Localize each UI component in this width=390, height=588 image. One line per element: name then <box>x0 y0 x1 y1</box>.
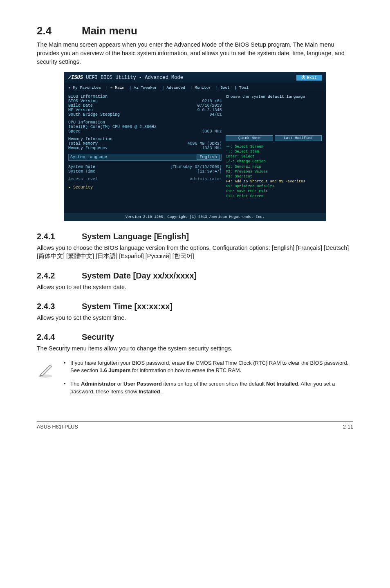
help-line: F10: Save ESC: Exit <box>226 189 322 194</box>
note-bullet: If you have forgotten your BIOS password… <box>61 359 353 375</box>
total-memory-value: 4096 MB (DDR3) <box>187 141 222 146</box>
system-language-row[interactable]: System Language English <box>68 154 222 161</box>
sub-desc: Allows you to set the system date. <box>37 283 353 291</box>
memory-freq-label: Memory Frequency <box>68 146 108 150</box>
security-label: Security <box>73 185 93 190</box>
heading-num: 2.4 <box>37 25 82 37</box>
sub-title: Security <box>82 332 114 341</box>
cpu-speed-value: 3300 MHz <box>202 129 222 134</box>
note-bold: User Password <box>123 381 162 387</box>
tab-advanced[interactable]: Advanced <box>166 85 185 90</box>
power-icon: ⏻ <box>301 75 305 80</box>
footer-left: ASUS H81I-PLUS <box>37 424 78 430</box>
help-line: Enter: Select <box>226 154 322 159</box>
sub-desc: Allows you to choose the BIOS language v… <box>37 244 353 260</box>
exit-label: Exit <box>307 76 317 80</box>
bios-info-header: BIOS Information <box>68 94 222 99</box>
bios-key-help: →←: Select Screen ↑↓: Select Item Enter:… <box>226 144 322 199</box>
tab-boot[interactable]: Boot <box>220 85 230 90</box>
sub-num: 2.4.1 <box>37 232 82 241</box>
system-time-label: System Time <box>68 169 95 174</box>
tab-tool[interactable]: Tool <box>239 85 249 90</box>
sb-stepping-label: South Bridge Stepping <box>68 112 120 117</box>
sub-title: System Date [Day xx/xx/xxxx] <box>82 271 197 280</box>
note-text: . <box>160 388 162 395</box>
system-time-value[interactable]: [11:39:47] <box>197 169 222 174</box>
tab-monitor[interactable]: Monitor <box>195 85 211 90</box>
note-text: items on top of the screen show the defa… <box>162 381 266 387</box>
bios-titlebar: /ISUS UEFI BIOS Utility - Advanced Mode … <box>64 72 326 83</box>
sub-desc: Allows you to set the system time. <box>37 314 353 322</box>
system-date-label: System Date <box>68 165 95 169</box>
access-level-label: Access Level <box>68 177 98 182</box>
cpu-name: Intel(R) Core(TM) CPU 0000 @ 2.80GHz <box>68 125 157 129</box>
bios-screenshot: /ISUS UEFI BIOS Utility - Advanced Mode … <box>64 72 326 221</box>
sub-title: System Time [xx:xx:xx] <box>82 302 173 311</box>
bios-tabs: ★ My Favorites | ≡ Main | Ai Tweaker | A… <box>64 83 326 90</box>
heading-2-4-2: 2.4.2System Date [Day xx/xx/xxxx] <box>37 271 353 281</box>
tab-favorites[interactable]: ★ My Favorites <box>68 85 101 90</box>
system-language-label: System Language <box>70 155 107 159</box>
help-line: →←: Select Screen <box>226 144 322 149</box>
help-line: F1: General Help <box>226 164 322 169</box>
sub-desc: The Security menu items allow you to cha… <box>37 344 353 352</box>
section-paragraph: The Main menu screen appears when you en… <box>37 40 353 66</box>
system-language-value[interactable]: English <box>197 155 220 160</box>
bios-footer: Version 2.10.1208. Copyright (C) 2013 Am… <box>64 213 326 221</box>
exit-button[interactable]: ⏻ Exit <box>296 75 322 81</box>
help-line: F12: Print Screen <box>226 194 322 199</box>
heading-2-4: 2.4Main menu <box>37 25 353 37</box>
heading-2-4-4: 2.4.4Security <box>37 332 353 342</box>
heading-2-4-3: 2.4.3System Time [xx:xx:xx] <box>37 302 353 311</box>
help-line: ↑↓: Select Item <box>226 149 322 154</box>
heading-title: Main menu <box>82 25 137 37</box>
note-box: If you have forgotten your BIOS password… <box>37 359 353 402</box>
note-bullet: The Administrator or User Password items… <box>61 380 353 396</box>
cpu-speed-label: Speed <box>68 129 81 134</box>
bios-help-hint: Choose the system default language <box>226 94 322 135</box>
bios-left-pane: BIOS Information BIOS Version0218 x64 Bu… <box>68 94 222 209</box>
note-bold: Installed <box>139 388 160 395</box>
page-footer: ASUS H81I-PLUS 2-11 <box>37 421 353 430</box>
note-bold: 1.6 Jumpers <box>100 367 131 373</box>
system-date-value[interactable]: [Thursday 02/19/2009] <box>170 165 222 169</box>
security-submenu[interactable]: ▸ Security <box>68 185 222 190</box>
footer-right: 2-11 <box>343 424 353 430</box>
quick-note-button[interactable]: Quick Note <box>226 135 273 141</box>
help-line: F5: Optimized Defaults <box>226 184 322 189</box>
note-text: The <box>70 381 81 387</box>
access-level-value: Administrator <box>190 177 222 182</box>
last-modified-button[interactable]: Last Modified <box>275 135 322 141</box>
sub-num: 2.4.3 <box>37 302 82 311</box>
build-date-label: Build Date <box>68 103 93 108</box>
bios-right-pane: Choose the system default language Quick… <box>226 94 322 209</box>
sub-num: 2.4.4 <box>37 332 82 342</box>
note-text: for information on how to erase the RTC … <box>130 367 241 373</box>
bios-logo: /ISUS <box>68 75 83 81</box>
note-bold: Administrator <box>81 381 116 387</box>
memory-freq-value: 1333 MHz <box>202 146 222 150</box>
memory-info-header: Memory Information <box>68 137 222 141</box>
cpu-info-header: CPU Information <box>68 120 222 125</box>
build-date-value: 07/16/2013 <box>197 103 222 108</box>
sub-title: System Language [English] <box>82 232 189 241</box>
bios-version-label: BIOS Version <box>68 99 98 103</box>
bios-title-text: UEFI BIOS Utility - Advanced Mode <box>86 75 183 81</box>
help-line: F3: Shortcut <box>226 174 322 179</box>
note-text: or <box>116 381 123 387</box>
note-icon <box>37 359 54 402</box>
bios-version-value: 0218 x64 <box>202 99 222 103</box>
help-line: F4: Add to Shortcut and My Favorites <box>226 179 322 184</box>
tab-main[interactable]: ≡ Main <box>110 85 124 90</box>
heading-2-4-1: 2.4.1System Language [English] <box>37 232 353 241</box>
note-bold: Not Installed <box>266 381 298 387</box>
sb-stepping-value: 04/C1 <box>209 112 222 117</box>
tab-ai-tweaker[interactable]: Ai Tweaker <box>134 85 157 90</box>
me-version-value: 9.0.2.1345 <box>197 108 222 112</box>
total-memory-label: Total Memory <box>68 141 98 146</box>
help-line: +/-: Change Option <box>226 159 322 164</box>
me-version-label: ME Version <box>68 108 93 112</box>
sub-num: 2.4.2 <box>37 271 82 281</box>
help-line: F2: Previous Values <box>226 169 322 174</box>
